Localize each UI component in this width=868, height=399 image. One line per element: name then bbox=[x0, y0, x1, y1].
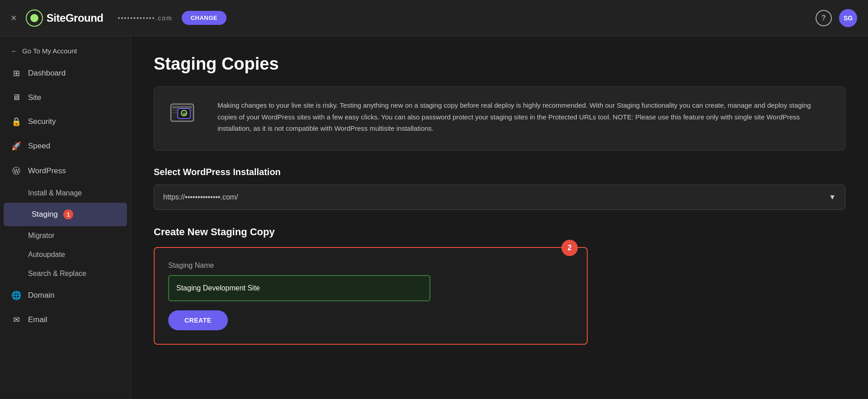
topbar-right: ? SG bbox=[816, 9, 857, 27]
dashboard-icon: ⊞ bbox=[11, 68, 22, 78]
go-to-account-link[interactable]: ← Go To My Account bbox=[0, 41, 131, 61]
page-title: Staging Copies bbox=[154, 54, 845, 74]
sidebar-sub-search-replace[interactable]: Search & Replace bbox=[0, 264, 131, 283]
staging-name-input[interactable] bbox=[168, 275, 430, 301]
main-layout: ← Go To My Account ⊞ Dashboard 🖥 Site 🔒 … bbox=[0, 36, 868, 399]
logo: SiteGround bbox=[26, 10, 104, 27]
topbar: × SiteGround ••••••••••••.com CHANGE ? S… bbox=[0, 0, 868, 36]
sidebar-item-speed[interactable]: 🚀 Speed bbox=[0, 134, 131, 158]
close-button[interactable]: × bbox=[11, 12, 17, 24]
dropdown-arrow-icon: ▼ bbox=[829, 193, 836, 201]
help-button[interactable]: ? bbox=[816, 10, 832, 26]
sidebar-item-email[interactable]: ✉ Email bbox=[0, 308, 131, 332]
select-installation-title: Select WordPress Installation bbox=[154, 167, 845, 177]
staging-illustration: W bbox=[169, 100, 205, 138]
logo-icon bbox=[26, 10, 43, 27]
wordpress-installation-select[interactable]: https://••••••••••••••.com/ ▼ bbox=[154, 185, 845, 210]
sidebar-item-dashboard[interactable]: ⊞ Dashboard bbox=[0, 61, 131, 86]
avatar[interactable]: SG bbox=[839, 9, 857, 27]
sidebar-item-site[interactable]: 🖥 Site bbox=[0, 86, 131, 109]
sidebar-sub-install-manage[interactable]: Install & Manage bbox=[0, 184, 131, 203]
sidebar-item-label: Domain bbox=[28, 291, 55, 300]
sidebar-sub-staging[interactable]: Staging 1 bbox=[4, 203, 127, 226]
sidebar-item-label: Site bbox=[28, 93, 41, 102]
sidebar-item-label: Email bbox=[28, 315, 47, 324]
sidebar-item-label: Dashboard bbox=[28, 69, 66, 78]
create-section-title: Create New Staging Copy bbox=[154, 226, 845, 238]
security-icon: 🔒 bbox=[11, 117, 22, 127]
step-2-badge: 2 bbox=[561, 240, 578, 256]
main-content: Staging Copies W Making changes to your … bbox=[131, 36, 868, 399]
sidebar-item-domain[interactable]: 🌐 Domain bbox=[0, 283, 131, 308]
sidebar-sub-autoupdate[interactable]: Autoupdate bbox=[0, 245, 131, 264]
sidebar: ← Go To My Account ⊞ Dashboard 🖥 Site 🔒 … bbox=[0, 36, 131, 399]
create-button[interactable]: CREATE bbox=[168, 310, 228, 330]
site-icon: 🖥 bbox=[11, 93, 22, 102]
sidebar-item-label: WordPress bbox=[28, 166, 66, 176]
sidebar-item-security[interactable]: 🔒 Security bbox=[0, 109, 131, 134]
change-button[interactable]: CHANGE bbox=[182, 11, 226, 25]
info-description: Making changes to your live site is risk… bbox=[217, 100, 830, 134]
sidebar-item-label: Speed bbox=[28, 142, 50, 151]
sidebar-item-wordpress[interactable]: Ⓦ WordPress bbox=[0, 158, 131, 184]
sidebar-sub-migrator[interactable]: Migrator bbox=[0, 226, 131, 245]
svg-text:W: W bbox=[183, 112, 186, 116]
wordpress-icon: Ⓦ bbox=[11, 166, 22, 176]
staging-badge: 1 bbox=[63, 209, 73, 219]
domain-icon: 🌐 bbox=[11, 290, 22, 300]
info-box: W Making changes to your live site is ri… bbox=[154, 86, 845, 151]
staging-name-label: Staging Name bbox=[168, 261, 573, 270]
go-to-account-label: Go To My Account bbox=[22, 47, 77, 55]
domain-label: ••••••••••••.com bbox=[118, 14, 173, 22]
back-arrow-icon: ← bbox=[11, 47, 18, 55]
staging-label: Staging bbox=[32, 210, 58, 219]
brand-name: SiteGround bbox=[47, 12, 104, 24]
email-icon: ✉ bbox=[11, 315, 22, 325]
select-value: https://••••••••••••••.com/ bbox=[163, 193, 238, 201]
sidebar-item-label: Security bbox=[28, 117, 56, 126]
speed-icon: 🚀 bbox=[11, 141, 22, 151]
staging-form-box: 2 Staging Name CREATE bbox=[154, 247, 588, 345]
